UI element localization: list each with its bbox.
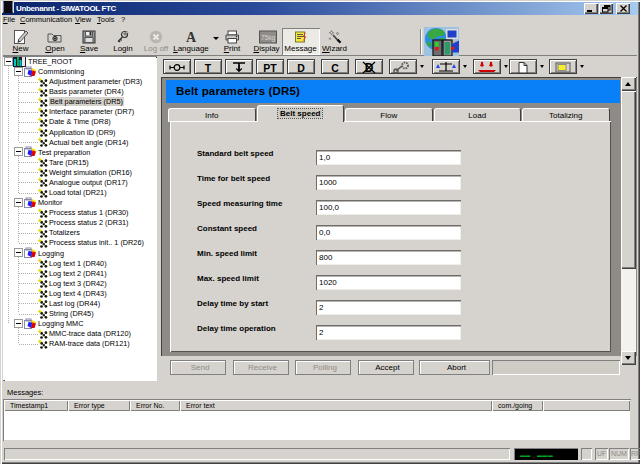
svg-text:75kg: 75kg [260,34,274,42]
svg-text:A: A [186,30,197,45]
